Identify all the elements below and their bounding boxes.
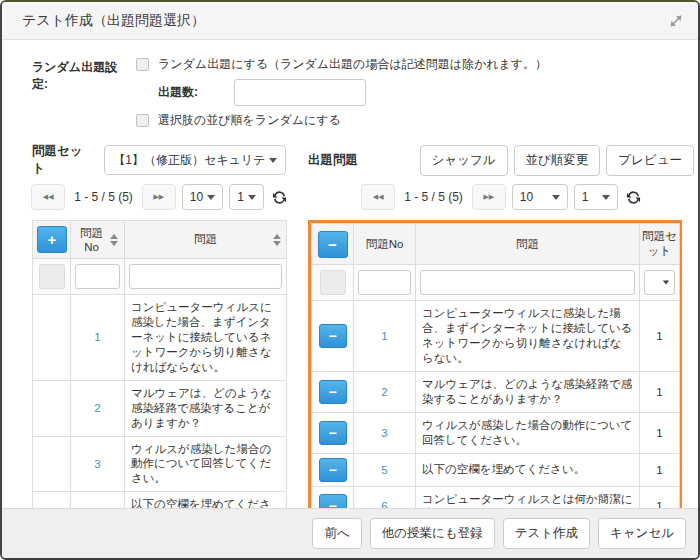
remove-question-button[interactable]: − [319, 380, 347, 404]
sort-icon [110, 234, 118, 246]
question-no-link[interactable]: 3 [354, 412, 416, 453]
create-test-button[interactable]: テスト作成 [503, 518, 590, 549]
selected-questions-panel-title: 出題問題 [308, 152, 358, 169]
question-set-panel: 問題セット 【1】（修正版）セキュリティ基礎知識 ◀◀ 1 - 5 / 5 (5… [32, 145, 286, 508]
right-prev-page-button[interactable]: ◀◀ [361, 184, 395, 210]
left-pager: ◀◀ 1 - 5 / 5 (5) ▶▶ 10 1 [32, 184, 286, 210]
question-set-no: 1 [640, 412, 680, 453]
right-next-page-button[interactable]: ▶▶ [472, 184, 506, 210]
double-left-arrow-icon: ◀◀ [373, 193, 384, 201]
right-header-question: 問題 [416, 224, 640, 265]
random-output-checkbox[interactable] [136, 58, 149, 71]
refresh-icon [626, 190, 641, 205]
question-text: マルウェアは、どのような感染経路で感染することがありますか？ [125, 380, 287, 436]
left-page-value: 1 [237, 190, 244, 204]
left-header-question[interactable]: 問題 [125, 221, 287, 259]
question-text: コンピューターウィルスとは何か簡潔に述べてください。 [416, 486, 640, 508]
double-right-arrow-icon: ▶▶ [153, 193, 164, 201]
minus-icon: − [328, 463, 336, 477]
remove-question-button[interactable]: − [319, 421, 347, 445]
left-page-select[interactable]: 1 [229, 184, 264, 210]
right-filter-question-input[interactable] [420, 270, 635, 295]
random-settings-label: ランダム出題設定: [32, 56, 124, 135]
table-row: − 5 以下の空欄を埋めてください。 1 [312, 453, 680, 486]
cancel-button[interactable]: キャンセル [598, 518, 686, 549]
table-row: 2 マルウェアは、どのような感染経路で感染することがありますか？ [33, 380, 287, 436]
question-no-link[interactable]: 2 [71, 380, 125, 436]
random-settings-section: ランダム出題設定: ランダム出題にする（ランダム出題の場合は記述問題は除かれます… [32, 56, 688, 135]
minus-icon: − [328, 237, 337, 252]
register-other-classes-button[interactable]: 他の授業にも登録 [370, 518, 495, 549]
left-next-page-button[interactable]: ▶▶ [142, 184, 176, 210]
question-set-select-value: 【1】（修正版）セキュリティ基礎知識 [113, 152, 265, 169]
chevron-down-icon [207, 195, 215, 200]
table-row: 3 ウィルスが感染した場合の動作について回答してください。 [33, 436, 287, 492]
right-header-question-no: 問題No [354, 224, 416, 265]
question-count-label: 出題数: [158, 84, 198, 101]
minus-icon: − [328, 426, 336, 440]
remove-question-button[interactable]: − [319, 494, 347, 508]
question-text: コンピューターウィルスに感染した場合、まずインターネットに接続しているネットワー… [125, 295, 287, 381]
left-refresh-button[interactable] [270, 190, 287, 205]
question-text: コンピューターウィルスに感染した場合、まずインターネットに接続しているネットワー… [416, 301, 640, 372]
reorder-button[interactable]: 並び順変更 [514, 145, 601, 176]
table-row: 1 コンピューターウィルスに感染した場合、まずインターネットに接続しているネット… [33, 295, 287, 381]
question-set-select[interactable]: 【1】（修正版）セキュリティ基礎知識 [104, 145, 286, 175]
right-filter-disabled [320, 270, 346, 295]
table-row: − 6 コンピューターウィルスとは何か簡潔に述べてください。 1 [312, 486, 680, 508]
table-row: 5 以下の空欄を埋めてください。 [33, 492, 287, 508]
dialog-title: テスト作成（出題問題選択） [22, 12, 205, 30]
question-text: 以下の空欄を埋めてください。 [416, 453, 640, 486]
right-pager-range: 1 - 5 / 5 (5) [404, 190, 463, 204]
add-all-button[interactable]: + [37, 226, 67, 253]
resize-handle[interactable] [668, 13, 684, 29]
remove-all-button[interactable]: − [318, 231, 348, 258]
refresh-icon [272, 190, 287, 205]
question-no-link[interactable]: 2 [354, 371, 416, 412]
chevron-down-icon [663, 281, 669, 285]
dialog-header: テスト作成（出題問題選択） [2, 2, 698, 40]
question-no-link[interactable]: 1 [71, 295, 125, 381]
right-filter-question-no-input[interactable] [358, 270, 411, 295]
question-set-no: 1 [640, 453, 680, 486]
table-row: − 1 コンピューターウィルスに感染した場合、まずインターネットに接続しているネ… [312, 301, 680, 372]
left-page-size-select[interactable]: 10 [182, 184, 223, 210]
question-no-link[interactable]: 6 [354, 486, 416, 508]
question-no-link[interactable]: 5 [354, 453, 416, 486]
shuffle-choices-checkbox[interactable] [136, 114, 149, 127]
right-pager: ◀◀ 1 - 5 / 5 (5) ▶▶ 10 1 [308, 184, 694, 210]
right-page-select[interactable]: 1 [574, 184, 618, 210]
left-filter-question-input[interactable] [129, 264, 282, 289]
chevron-down-icon [269, 158, 277, 163]
question-set-no: 1 [640, 371, 680, 412]
right-filter-set-select[interactable] [644, 270, 675, 295]
question-text: マルウェアは、どのような感染経路で感染することがありますか？ [416, 371, 640, 412]
left-header-question-no[interactable]: 問題No [71, 221, 125, 259]
plus-icon: + [48, 232, 57, 247]
remove-question-button[interactable]: − [319, 458, 347, 482]
back-button[interactable]: 前へ [312, 518, 361, 549]
minus-icon: − [328, 385, 336, 399]
question-text: ウィルスが感染した場合の動作について回答してください。 [125, 436, 287, 492]
dialog-body: ランダム出題設定: ランダム出題にする（ランダム出題の場合は記述問題は除かれます… [2, 40, 698, 508]
question-no-link[interactable]: 3 [71, 436, 125, 492]
right-page-size-select[interactable]: 10 [512, 184, 568, 210]
left-pager-range: 1 - 5 / 5 (5) [74, 190, 133, 204]
remove-question-button[interactable]: − [319, 324, 347, 348]
selected-questions-panel: 出題問題 シャッフル 並び順変更 プレビュー ◀◀ 1 - 5 / 5 (5) … [308, 145, 694, 508]
right-header-question-set: 問題セット [640, 224, 680, 265]
shuffle-button[interactable]: シャッフル [420, 145, 508, 176]
question-set-table: + 問題No 問題 [32, 220, 287, 508]
left-filter-question-no-input[interactable] [75, 264, 120, 289]
question-no-link[interactable]: 5 [71, 492, 125, 508]
sort-icon [273, 234, 281, 246]
question-no-link[interactable]: 1 [354, 301, 416, 372]
question-count-input[interactable] [234, 79, 366, 106]
left-prev-page-button[interactable]: ◀◀ [31, 184, 65, 210]
right-refresh-button[interactable] [624, 190, 641, 205]
preview-button[interactable]: プレビュー [606, 145, 694, 176]
left-filter-disabled [39, 264, 65, 289]
right-page-value: 1 [582, 190, 589, 204]
minus-icon: − [328, 499, 336, 508]
left-page-size-value: 10 [190, 190, 203, 204]
